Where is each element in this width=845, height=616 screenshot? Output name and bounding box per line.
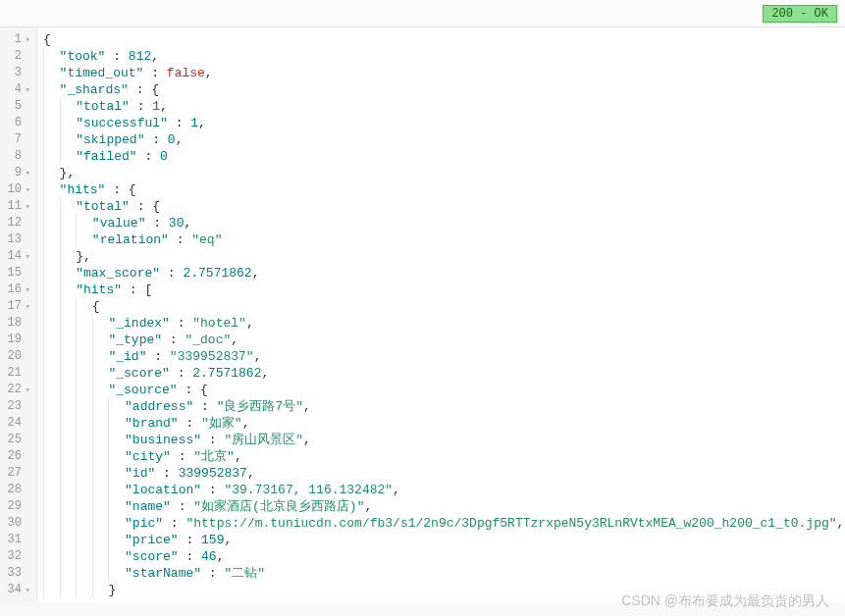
fold-icon[interactable]: ▾	[24, 282, 30, 299]
indent-guide	[60, 198, 77, 215]
code-line: "relation" : "eq"	[43, 231, 845, 248]
token-string: "https://m.tuniucdn.com/fb3/s1/2n9c/3Dpg…	[185, 516, 836, 531]
indent-guide	[76, 365, 92, 382]
gutter-line: 7	[2, 131, 30, 148]
indent-guide	[43, 532, 60, 548]
fold-icon[interactable]: ▾	[24, 32, 30, 49]
gutter-line: 33	[2, 565, 30, 582]
indent-guide	[60, 365, 77, 382]
fold-icon[interactable]: ▾	[24, 299, 30, 316]
token-punct: }	[108, 583, 116, 597]
code-line: "took" : 812,	[43, 48, 845, 65]
code-line: "_id" : "339952837",	[43, 348, 845, 365]
fold-icon[interactable]: ▾	[24, 182, 30, 199]
fold-icon[interactable]: ▾	[24, 82, 30, 99]
token-key: "_score"	[108, 366, 169, 381]
code-line: "_type" : "_doc",	[43, 332, 845, 348]
token-punct: ,	[246, 316, 254, 331]
token-punct: :	[105, 49, 128, 64]
token-punct: :	[168, 116, 190, 130]
token-key: "city"	[125, 449, 171, 464]
token-punct: :	[201, 566, 224, 581]
indent-guide	[92, 582, 109, 598]
token-punct: :	[162, 333, 185, 347]
token-punct: :	[137, 149, 160, 164]
indent-guide	[92, 348, 109, 365]
code-line: "_index" : "hotel",	[43, 315, 845, 332]
indent-guide	[60, 465, 77, 482]
token-number: 159	[201, 533, 224, 547]
token-key: "timed_out"	[60, 66, 144, 80]
token-key: "starName"	[125, 566, 201, 581]
indent-guide	[76, 582, 92, 598]
token-punct: ,	[217, 549, 225, 564]
token-punct: :	[171, 499, 193, 514]
indent-guide	[43, 448, 60, 465]
token-punct: :	[163, 516, 185, 531]
gutter-line: 34▾	[2, 582, 30, 598]
fold-icon[interactable]: ▾	[24, 249, 30, 266]
fold-icon[interactable]: ▾	[24, 583, 30, 599]
gutter-line: 20	[2, 348, 30, 365]
fold-icon[interactable]: ▾	[24, 383, 30, 399]
indent-guide	[43, 365, 60, 382]
token-punct: ,	[837, 516, 845, 531]
indent-guide	[76, 548, 92, 565]
code-line: "score" : 46,	[43, 548, 845, 565]
indent-guide	[92, 448, 109, 465]
indent-guide	[60, 532, 77, 548]
gutter-line: 1▾	[2, 31, 30, 48]
indent-guide	[60, 231, 77, 248]
gutter-line: 11▾	[2, 198, 30, 215]
token-string: "如家酒店(北京良乡西路店)"	[193, 499, 364, 514]
indent-guide	[92, 398, 109, 415]
indent-guide	[76, 298, 92, 315]
indent-guide	[60, 298, 77, 315]
token-punct: :	[130, 99, 152, 114]
indent-guide	[92, 432, 109, 448]
fold-icon[interactable]: ▾	[24, 199, 30, 216]
token-punct: :	[179, 549, 201, 564]
token-string: "房山风景区"	[224, 433, 303, 447]
code-line: "failed" : 0	[43, 148, 845, 165]
token-key: "pic"	[125, 516, 163, 531]
token-punct: ,	[303, 433, 311, 447]
token-string: "如家"	[201, 416, 242, 431]
token-punct: ,	[254, 349, 262, 364]
token-number: 1	[190, 116, 198, 130]
code-line: "brand" : "如家",	[43, 415, 845, 432]
indent-guide	[92, 482, 109, 498]
gutter-line: 14▾	[2, 248, 30, 265]
token-punct: :	[170, 316, 192, 331]
token-punct: ,	[176, 132, 184, 147]
fold-icon[interactable]: ▾	[24, 166, 30, 182]
indent-guide	[43, 315, 60, 332]
code-area[interactable]: { "took" : 812, "timed_out" : false, "_s…	[37, 27, 845, 602]
token-key: "location"	[125, 483, 201, 497]
token-number: 339952837	[179, 466, 247, 481]
token-punct: ,	[231, 333, 238, 347]
token-punct: {	[43, 32, 51, 47]
indent-guide	[43, 248, 60, 265]
indent-guide	[76, 482, 92, 498]
indent-guide	[60, 448, 77, 465]
gutter-line: 32	[2, 548, 30, 565]
code-line: "value" : 30,	[43, 215, 845, 231]
token-punct: ,	[224, 533, 232, 547]
gutter-line: 28	[2, 482, 30, 498]
indent-guide	[92, 465, 109, 482]
code-line: "successful" : 1,	[43, 115, 845, 131]
token-punct: },	[60, 166, 76, 180]
indent-guide	[60, 332, 77, 348]
token-punct: :	[143, 66, 166, 80]
gutter-line: 6	[2, 115, 30, 131]
code-line: "_score" : 2.7571862,	[43, 365, 845, 382]
indent-guide	[43, 81, 60, 98]
indent-guide	[92, 415, 109, 432]
indent-guide	[43, 498, 60, 515]
gutter-line: 12	[2, 215, 30, 231]
token-punct: : {	[105, 182, 135, 197]
indent-guide	[76, 448, 92, 465]
code-line: "id" : 339952837,	[43, 465, 845, 482]
json-editor: 1▾234▾56789▾10▾11▾121314▾1516▾17▾1819202…	[0, 27, 845, 602]
